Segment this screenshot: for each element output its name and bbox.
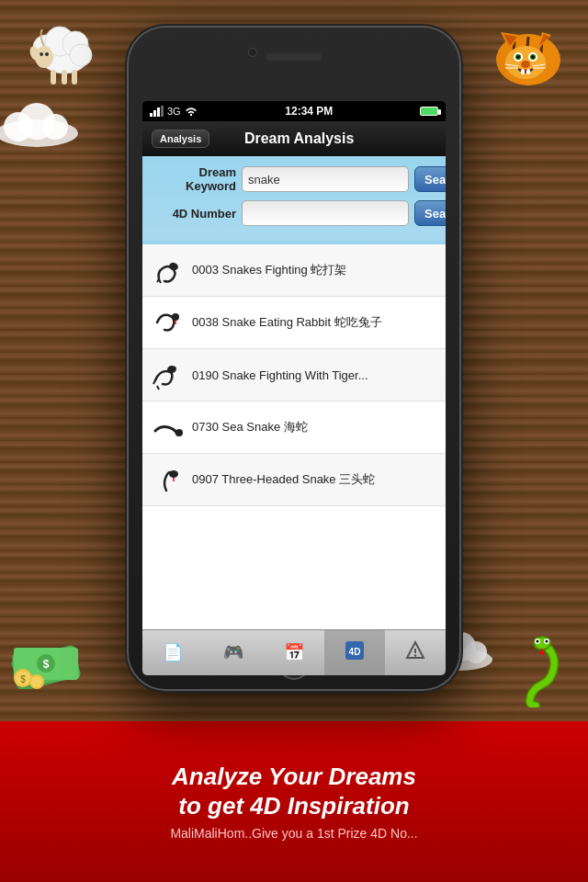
svg-point-65 <box>169 470 178 478</box>
sheep-decoration <box>18 18 101 92</box>
four-d-number-input[interactable] <box>242 200 409 226</box>
wifi-icon <box>184 106 198 117</box>
content-area: Dream Keyword Search 4D Number Search <box>142 156 446 629</box>
tab-bar: 📄 🎮 📅 4D <box>142 629 446 675</box>
tab-notification[interactable] <box>385 630 446 675</box>
dream-keyword-label: Dream Keyword <box>153 165 236 193</box>
cloud-left-decoration <box>0 92 83 147</box>
svg-point-61 <box>172 313 179 321</box>
svg-point-54 <box>31 676 42 687</box>
svg-point-43 <box>537 640 539 643</box>
svg-rect-21 <box>521 69 525 74</box>
list-item[interactable]: 0190 Snake Fighting With Tiger... <box>142 349 446 401</box>
banner-title-line1: Analyze Your Dreams to get 4D Inspiratio… <box>172 763 416 820</box>
phone-speaker <box>266 53 322 61</box>
list-item[interactable]: 0038 Snake Eating Rabbit 蛇吃兔子 <box>142 297 446 349</box>
svg-rect-22 <box>526 69 530 74</box>
tab-games[interactable]: 🎮 <box>203 630 264 675</box>
svg-point-20 <box>521 61 530 68</box>
svg-rect-56 <box>153 110 156 117</box>
svg-point-38 <box>465 641 487 663</box>
status-right <box>420 107 438 116</box>
back-button[interactable]: Analysis <box>152 130 209 148</box>
tab-calendar[interactable]: 📅 <box>264 630 324 675</box>
svg-point-19 <box>532 56 535 59</box>
dream-keyword-row: Dream Keyword Search <box>153 165 435 193</box>
games-tab-icon: 🎮 <box>223 642 243 662</box>
battery-icon <box>420 107 438 116</box>
notes-tab-icon: 📄 <box>163 642 183 662</box>
list-item[interactable]: 0730 Sea Snake 海蛇 <box>142 401 446 454</box>
svg-point-34 <box>42 114 68 140</box>
tab-4d[interactable]: 4D <box>324 630 385 675</box>
svg-text:4D: 4D <box>349 647 361 657</box>
time-display: 12:34 PM <box>285 105 333 118</box>
dream-keyword-input[interactable] <box>242 166 409 192</box>
calendar-tab-icon: 📅 <box>284 642 304 662</box>
svg-rect-55 <box>150 113 153 117</box>
svg-point-59 <box>189 114 191 116</box>
svg-point-44 <box>546 640 548 643</box>
phone-frame: 3G 12:34 PM Analysis Dream Analysis <box>129 28 459 689</box>
result-text-5: 0907 Three-Headed Snake 三头蛇 <box>192 471 375 488</box>
snake-icon-5 <box>152 463 185 496</box>
result-text-1: 0003 Snakes Fighting 蛇打架 <box>192 262 346 278</box>
svg-point-71 <box>414 654 416 656</box>
nav-bar: Analysis Dream Analysis <box>142 121 446 156</box>
svg-point-64 <box>175 429 183 436</box>
list-item[interactable]: 0907 Three-Headed Snake 三头蛇 <box>142 454 446 506</box>
signal-icon <box>150 106 164 117</box>
tiger-decoration <box>478 9 570 92</box>
status-bar: 3G 12:34 PM <box>142 101 446 121</box>
network-label: 3G <box>167 106 181 117</box>
svg-rect-8 <box>51 70 56 85</box>
status-left: 3G <box>150 106 198 117</box>
tab-notes[interactable]: 📄 <box>142 630 203 675</box>
svg-point-18 <box>517 56 520 59</box>
dream-keyword-search-button[interactable]: Search <box>414 166 446 192</box>
banner-subtitle: MaliMaliHom..Give you a 1st Prize 4D No.… <box>170 826 417 841</box>
svg-rect-58 <box>161 106 164 117</box>
bottom-banner: Analyze Your Dreams to get 4D Inspiratio… <box>0 721 588 882</box>
snake-icon-4 <box>152 411 185 444</box>
svg-point-7 <box>45 52 49 56</box>
money-decoration: $ $ <box>9 625 92 689</box>
svg-rect-10 <box>72 70 77 85</box>
page-title: Dream Analysis <box>217 130 381 147</box>
list-item[interactable]: 0003 Snakes Fighting 蛇打架 <box>142 244 446 297</box>
phone-camera <box>248 48 257 57</box>
result-text-4: 0730 Sea Snake 海蛇 <box>192 419 308 435</box>
snake-icon-2 <box>152 306 185 339</box>
result-text-3: 0190 Snake Fighting With Tiger... <box>192 368 368 382</box>
svg-text:$: $ <box>43 658 50 671</box>
four-d-number-row: 4D Number Search <box>153 200 435 226</box>
svg-point-4 <box>70 44 92 66</box>
svg-point-6 <box>40 52 43 56</box>
snake-decoration <box>510 634 574 707</box>
form-area: Dream Keyword Search 4D Number Search <box>142 156 446 241</box>
svg-rect-57 <box>157 107 160 117</box>
snake-icon-3 <box>152 358 185 391</box>
notification-tab-icon <box>405 640 425 665</box>
4d-tab-icon: 4D <box>344 639 366 666</box>
phone-screen: 3G 12:34 PM Analysis Dream Analysis <box>142 101 446 675</box>
four-d-number-label: 4D Number <box>153 207 236 220</box>
svg-rect-9 <box>62 70 67 85</box>
result-text-2: 0038 Snake Eating Rabbit 蛇吃兔子 <box>192 314 382 331</box>
snake-icon-1 <box>152 254 185 287</box>
four-d-number-search-button[interactable]: Search <box>414 200 446 226</box>
svg-text:$: $ <box>20 674 26 684</box>
results-list: 0003 Snakes Fighting 蛇打架 0038 Snake Eati… <box>142 244 446 506</box>
svg-point-60 <box>168 262 179 272</box>
